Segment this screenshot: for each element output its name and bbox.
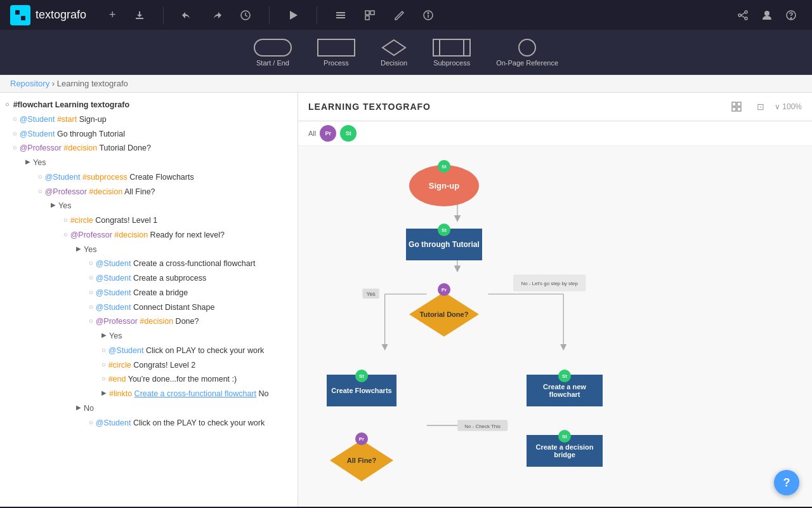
edit-button[interactable] [388,6,410,25]
logo[interactable]: textografo [10,5,86,25]
filter-bar: All Pr St [298,121,812,146]
list-item[interactable]: ○ @Professor #decision Tutorial Done? [0,141,298,156]
list-item[interactable]: ○ #circle Congrats! Level 2 [0,358,298,373]
subprocess-label: Subprocess [433,59,470,67]
list-item[interactable]: ○ #circle Congrats! Level 1 [0,213,298,228]
zoom-dropdown[interactable]: ∨ 100% [775,102,802,111]
list-item[interactable]: ○ @Student Go through Tutorial [0,127,298,142]
svg-text:All Fine?: All Fine? [347,457,377,464]
filter-all-label[interactable]: All [308,130,316,137]
tree-item-label: #linkto Create a cross-functional flowch… [109,388,269,400]
list-item[interactable]: ○ @Professor #decision All Fine? [0,185,298,199]
svg-line-19 [741,15,745,18]
list-item[interactable]: ○ @Student Connect Distant Shape [0,300,298,315]
logo-text: textografo [36,8,86,22]
list-item[interactable]: ○ @Student #subprocess Create Flowcharts [0,170,298,185]
tree-item-label: @Professor #decision All Fine? [45,186,155,198]
start-end-icon [254,39,292,57]
avatar-pr[interactable]: Pr [320,125,336,142]
play-button[interactable] [282,6,304,25]
tree-item-label: @Professor #decision Done? [96,316,199,328]
user-button[interactable] [756,6,778,25]
canvas-controls: ⊡ ∨ 100% [726,98,802,116]
onpage-icon [518,39,536,57]
help-button[interactable]: ? [774,470,799,495]
group-button[interactable] [359,6,381,25]
list-item[interactable]: ○ @Student Click on the PLAY to check yo… [0,416,298,431]
shape-subprocess[interactable]: Subprocess [433,39,471,67]
diamond-tutorial-done: Tutorial Done? [406,289,482,340]
list-item[interactable]: ○ @Professor #decision Done? [0,314,298,329]
svg-text:Tutorial Done?: Tutorial Done? [420,311,469,318]
flowchart-canvas[interactable]: Yes No - Let's go step by step No - Chec… [298,146,812,507]
list-item[interactable]: ▶ #linkto Create a cross-functional flow… [0,387,298,401]
svg-rect-26 [732,107,736,111]
list-item[interactable]: ▶ Yes [0,329,298,344]
breadcrumb-current: Learning textografo [57,79,128,88]
undo-button[interactable] [176,6,198,25]
svg-rect-41 [457,420,508,431]
decision-label: Decision [381,59,407,67]
svg-point-20 [764,11,769,16]
logo-icon [10,5,30,25]
node-create-decision-bridge-label: Create a decision bridge [529,443,600,458]
list-item[interactable]: ○ @Student Create a cross-functional flo… [0,257,298,271]
help-toolbar-button[interactable] [780,6,802,25]
svg-point-17 [738,14,741,17]
list-button[interactable] [330,6,351,25]
svg-rect-6 [336,12,345,13]
node-signup[interactable]: St Sign-up [409,165,479,206]
node-signup-label: Sign-up [429,181,459,190]
tree-item-label: @Student Create a cross-functional flowc… [96,258,256,270]
node-tutorial[interactable]: St Go through Tutorial [406,229,482,260]
tree-item-label: @Student #start Sign-up [20,114,107,126]
add-button[interactable]: + [104,4,121,25]
badge-all-fine: Pr [355,432,368,445]
node-tutorial-label: Go through Tutorial [409,240,480,249]
list-item[interactable]: ○ @Professor #decision Ready for next le… [0,228,298,243]
tree-item-label: #circle Congrats! Level 2 [108,359,196,371]
node-create-flowcharts[interactable]: St Create Flowcharts [327,375,396,406]
list-item[interactable]: ○ @Student Create a subprocess [0,271,298,286]
history-button[interactable] [235,6,256,25]
tree-item-label: No [84,403,94,415]
breadcrumb-parent[interactable]: Repository [10,79,49,88]
tree-item-label: Yes [84,244,96,256]
list-item[interactable]: ▶ Yes [0,199,298,213]
list-item[interactable]: ○ #end You're done...for the moment :) [0,372,298,387]
tree-item-label: @Student Create a subprocess [96,272,207,284]
download-button[interactable] [129,6,150,25]
left-panel: ○ #flowchart Learning textografo ○ @Stud… [0,93,298,507]
process-icon [317,39,355,57]
shape-process[interactable]: Process [317,39,355,67]
canvas-title: LEARNING TEXTOGRAFO [308,102,431,112]
badge-create-flowcharts: St [355,370,368,382]
main-content: ○ #flowchart Learning textografo ○ @Stud… [0,93,812,507]
list-item[interactable]: ○ @Student Create a bridge [0,286,298,300]
badge-tutorial-done: Pr [438,283,450,296]
node-tutorial-done[interactable]: Pr Tutorial Done? [406,286,482,343]
list-item[interactable]: ▶ No [0,401,298,416]
svg-text:No - Let's go step by step: No - Let's go step by step [521,281,578,286]
fit-button[interactable] [726,98,747,116]
right-panel: LEARNING TEXTOGRAFO ⊡ ∨ 100% All Pr St [298,93,812,507]
svg-marker-23 [383,40,405,55]
list-item[interactable]: ○ @Student Click on PLAY to check your w… [0,344,298,358]
resize-button[interactable]: ⊡ [752,98,769,116]
shape-decision[interactable]: Decision [381,39,407,67]
redo-button[interactable] [206,6,227,25]
node-create-decision-bridge[interactable]: St Create a decision bridge [527,435,603,467]
node-create-new[interactable]: St Create a new flowchart [527,375,603,406]
list-item[interactable]: ▶ Yes [0,243,298,257]
info-button[interactable] [417,6,439,25]
node-all-fine[interactable]: Pr All Fine? [327,435,396,486]
avatar-st[interactable]: St [340,125,357,142]
shape-onpage[interactable]: On-Page Reference [496,39,558,67]
svg-rect-0 [15,10,20,15]
list-item[interactable]: ○ @Student #start Sign-up [0,112,298,127]
tree-root[interactable]: ○ #flowchart Learning textografo [0,98,298,112]
list-item[interactable]: ▶ Yes [0,156,298,170]
shape-start-end[interactable]: Start / End [254,39,292,67]
share-button[interactable] [732,6,754,25]
process-label: Process [324,59,349,67]
